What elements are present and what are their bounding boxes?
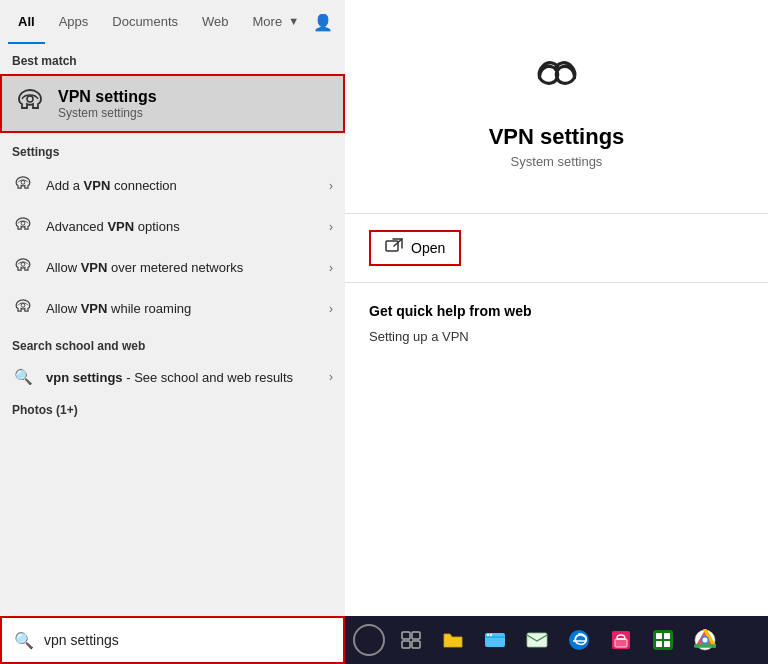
quick-help-area: Get quick help from web Setting up a VPN bbox=[345, 283, 768, 364]
svg-rect-18 bbox=[656, 633, 662, 639]
web-label: Search school and web bbox=[0, 329, 345, 359]
svg-rect-7 bbox=[412, 632, 420, 639]
detail-icon-area: VPN settings System settings bbox=[345, 0, 768, 213]
open-button[interactable]: Open bbox=[369, 230, 461, 266]
detail-subtitle: System settings bbox=[511, 154, 603, 169]
open-btn-area: Open bbox=[345, 214, 768, 283]
vpn-icon-2 bbox=[12, 215, 34, 238]
tab-apps[interactable]: Apps bbox=[49, 0, 99, 44]
search-box-icon: 🔍 bbox=[14, 631, 34, 650]
quick-help-link[interactable]: Setting up a VPN bbox=[369, 329, 744, 344]
detail-title: VPN settings bbox=[489, 124, 625, 150]
cortana-button[interactable] bbox=[353, 624, 385, 656]
vpn-icon-4 bbox=[12, 297, 34, 320]
tab-web[interactable]: Web bbox=[192, 0, 239, 44]
vpn-detail-icon bbox=[521, 48, 593, 108]
quick-help-title: Get quick help from web bbox=[369, 303, 744, 319]
web-item-label: vpn settings - See school and web result… bbox=[46, 370, 329, 385]
open-button-label: Open bbox=[411, 240, 445, 256]
search-panel: All Apps Documents Web More ▼ 👤 ⋯ Best m… bbox=[0, 0, 345, 664]
svg-rect-6 bbox=[402, 632, 410, 639]
svg-point-4 bbox=[21, 304, 25, 308]
best-match-label: Best match bbox=[0, 44, 345, 74]
svg-point-0 bbox=[27, 96, 33, 102]
svg-rect-8 bbox=[402, 641, 410, 648]
file-explorer-button[interactable] bbox=[435, 622, 471, 658]
taskbar bbox=[345, 616, 768, 664]
svg-point-11 bbox=[487, 634, 489, 636]
vpn-icon-small bbox=[14, 86, 46, 121]
tab-more[interactable]: More ▼ bbox=[243, 0, 310, 44]
best-match-subtitle: System settings bbox=[58, 106, 157, 120]
svg-rect-20 bbox=[656, 641, 662, 647]
task-view-button[interactable] bbox=[393, 622, 429, 658]
chevron-right-icon-3: › bbox=[329, 261, 333, 275]
tab-bar: All Apps Documents Web More ▼ 👤 ⋯ bbox=[0, 0, 345, 44]
svg-rect-21 bbox=[664, 641, 670, 647]
svg-rect-16 bbox=[615, 639, 627, 647]
svg-rect-19 bbox=[664, 633, 670, 639]
mail-button[interactable] bbox=[519, 622, 555, 658]
detail-panel: VPN settings System settings Open Get qu… bbox=[345, 0, 768, 664]
best-match-title: VPN settings bbox=[58, 88, 157, 106]
settings-item-advanced-vpn[interactable]: Advanced VPN options › bbox=[0, 206, 345, 247]
svg-point-3 bbox=[21, 263, 25, 267]
chevron-right-icon-2: › bbox=[329, 220, 333, 234]
store-button[interactable] bbox=[603, 622, 639, 658]
chevron-right-icon-4: › bbox=[329, 302, 333, 316]
svg-point-2 bbox=[21, 222, 25, 226]
settings-item-label-3: Allow VPN over metered networks bbox=[46, 260, 329, 275]
chevron-down-icon: ▼ bbox=[288, 15, 299, 27]
open-icon bbox=[385, 238, 403, 258]
results-area: Best match VPN settings System settings … bbox=[0, 44, 345, 616]
chevron-right-icon-1: › bbox=[329, 179, 333, 193]
settings-item-roaming[interactable]: Allow VPN while roaming › bbox=[0, 288, 345, 329]
settings-item-add-vpn[interactable]: Add a VPN connection › bbox=[0, 165, 345, 206]
settings-item-label-1: Add a VPN connection bbox=[46, 178, 329, 193]
tab-documents[interactable]: Documents bbox=[102, 0, 188, 44]
chevron-right-icon-web: › bbox=[329, 370, 333, 384]
svg-rect-17 bbox=[653, 630, 673, 650]
svg-rect-9 bbox=[412, 641, 420, 648]
web-search-item[interactable]: 🔍 vpn settings - See school and web resu… bbox=[0, 359, 345, 395]
chrome-button[interactable] bbox=[687, 622, 723, 658]
svg-point-1 bbox=[21, 181, 25, 185]
settings-item-label-2: Advanced VPN options bbox=[46, 219, 329, 234]
svg-point-12 bbox=[490, 634, 492, 636]
edge-button[interactable] bbox=[561, 622, 597, 658]
search-input[interactable] bbox=[44, 632, 331, 648]
svg-rect-5 bbox=[386, 241, 398, 251]
best-match-item[interactable]: VPN settings System settings bbox=[0, 74, 345, 133]
person-icon[interactable]: 👤 bbox=[313, 13, 333, 32]
xbox-button[interactable] bbox=[645, 622, 681, 658]
settings-item-metered[interactable]: Allow VPN over metered networks › bbox=[0, 247, 345, 288]
photos-label: Photos (1+) bbox=[0, 395, 345, 423]
vpn-icon-3 bbox=[12, 256, 34, 279]
search-box-container: 🔍 bbox=[0, 616, 345, 664]
settings-label: Settings bbox=[0, 135, 345, 165]
svg-rect-13 bbox=[527, 633, 547, 647]
tab-all[interactable]: All bbox=[8, 0, 45, 44]
svg-point-25 bbox=[703, 638, 708, 643]
windows-explorer-button[interactable] bbox=[477, 622, 513, 658]
vpn-icon-1 bbox=[12, 174, 34, 197]
search-icon: 🔍 bbox=[12, 368, 34, 386]
settings-item-label-4: Allow VPN while roaming bbox=[46, 301, 329, 316]
